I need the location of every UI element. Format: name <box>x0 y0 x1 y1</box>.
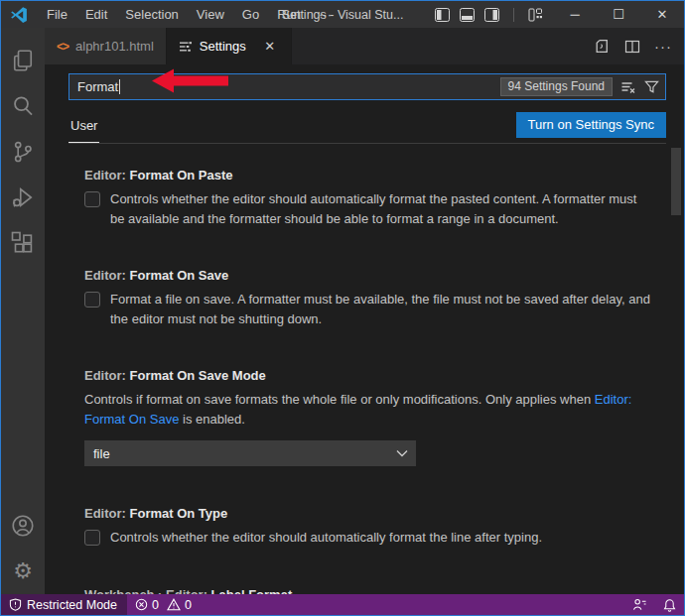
menu-run[interactable]: Run <box>268 3 310 26</box>
source-control-icon[interactable] <box>1 129 45 175</box>
setting-title: Editor: Format On Paste <box>84 168 654 183</box>
scope-divider <box>68 143 666 144</box>
scope-tab-user[interactable]: User <box>68 114 99 143</box>
toggle-sidebar-icon[interactable] <box>435 8 450 22</box>
format-on-paste-checkbox[interactable] <box>84 191 100 207</box>
format-on-save-checkbox[interactable] <box>84 292 100 308</box>
maximize-button[interactable]: ☐ <box>597 1 640 28</box>
menu-more[interactable]: ··· <box>310 3 341 26</box>
settings-editor: Format 94 Settings Found <box>45 64 684 594</box>
settings-scope-bar: User Turn on Settings Sync <box>45 100 684 144</box>
restricted-mode-badge[interactable]: Restricted Mode <box>1 594 127 615</box>
error-count: 0 <box>152 598 159 612</box>
setting-description: Controls whether the editor should autom… <box>110 528 542 548</box>
extensions-icon[interactable] <box>1 220 45 266</box>
open-settings-json-icon[interactable] <box>594 38 611 55</box>
dropdown-value: file <box>93 446 110 461</box>
menu-selection[interactable]: Selection <box>116 3 187 26</box>
search-icon[interactable] <box>1 83 45 129</box>
filter-funnel-icon[interactable] <box>644 79 659 94</box>
menu-edit[interactable]: Edit <box>76 3 116 26</box>
status-bar: Restricted Mode 0 0 <box>1 594 684 615</box>
account-icon[interactable] <box>1 503 45 549</box>
setting-description: Controls whether the editor should autom… <box>110 189 654 228</box>
close-tab-icon[interactable]: ✕ <box>261 38 279 56</box>
setting-title: Editor: Format On Save Mode <box>84 368 654 383</box>
warning-count: 0 <box>185 598 192 612</box>
setting-format-on-save: Editor: Format On Save Format a file on … <box>84 268 654 328</box>
menu-bar: File Edit Selection View Go Run ··· <box>38 3 341 26</box>
toggle-panel-icon[interactable] <box>460 8 475 22</box>
warning-icon <box>167 598 181 611</box>
shield-icon <box>9 598 22 611</box>
more-actions-icon[interactable]: ··· <box>654 38 672 55</box>
titlebar-divider <box>513 8 514 22</box>
settings-editor-icon <box>179 40 193 54</box>
setting-format-on-type: Editor: Format On Type Controls whether … <box>84 506 654 548</box>
setting-format-on-paste: Editor: Format On Paste Controls whether… <box>84 168 654 228</box>
minimize-button[interactable]: ─ <box>553 1 597 28</box>
restricted-mode-label: Restricted Mode <box>27 598 117 612</box>
settings-list: Editor: Format On Paste Controls whether… <box>45 144 684 594</box>
chevron-down-icon <box>396 449 408 457</box>
search-query-text: Format <box>77 79 118 94</box>
format-on-save-mode-dropdown[interactable]: file <box>84 440 416 466</box>
split-editor-icon[interactable] <box>624 39 640 55</box>
text-cursor <box>119 79 120 94</box>
menu-file[interactable]: File <box>38 3 76 26</box>
html-code-icon: <> <box>57 40 68 54</box>
setting-description: Format a file on save. A formatter must … <box>110 290 654 328</box>
error-icon <box>135 598 148 611</box>
setting-title: Editor: Format On Type <box>84 506 654 521</box>
notifications-bell-icon[interactable] <box>655 594 684 615</box>
activity-bar: ⚙ <box>1 28 45 594</box>
toggle-secondary-sidebar-icon[interactable] <box>484 8 499 22</box>
results-count-badge: 94 Settings Found <box>500 77 613 96</box>
tab-settings[interactable]: Settings ✕ <box>167 28 292 64</box>
run-debug-icon[interactable] <box>1 175 45 220</box>
setting-format-on-save-mode: Editor: Format On Save Mode Controls if … <box>84 368 654 466</box>
setting-title: Editor: Format On Save <box>84 268 654 283</box>
title-bar: File Edit Selection View Go Run ··· Sett… <box>1 1 684 28</box>
tab-label: Settings <box>200 39 246 54</box>
menu-go[interactable]: Go <box>233 3 268 26</box>
clear-search-icon[interactable] <box>620 79 636 95</box>
vscode-window: File Edit Selection View Go Run ··· Sett… <box>0 0 685 616</box>
red-annotation-arrow <box>152 68 229 93</box>
turn-on-settings-sync-button[interactable]: Turn on Settings Sync <box>516 112 666 138</box>
format-on-type-checkbox[interactable] <box>84 530 100 546</box>
vscode-logo-icon <box>10 6 28 24</box>
setting-title: Workbench › Editor: Label Format <box>84 587 654 595</box>
tab-label: alphr101.html <box>75 39 154 54</box>
explorer-icon[interactable] <box>1 38 45 83</box>
manage-gear-icon[interactable]: ⚙ <box>1 549 45 594</box>
setting-label-format: Workbench › Editor: Label Format Control… <box>84 587 654 595</box>
vertical-scrollbar[interactable] <box>671 148 681 215</box>
setting-description: Controls if format on save formats the w… <box>84 390 640 429</box>
problems-indicator[interactable]: 0 0 <box>127 594 200 615</box>
menu-view[interactable]: View <box>188 3 233 26</box>
tab-alphr101-html[interactable]: <> alphr101.html <box>45 28 167 64</box>
feedback-icon[interactable] <box>624 594 655 615</box>
customize-layout-icon[interactable] <box>528 8 543 22</box>
tab-bar: <> alphr101.html Settings <box>45 28 684 64</box>
close-window-button[interactable]: ✕ <box>640 1 684 28</box>
